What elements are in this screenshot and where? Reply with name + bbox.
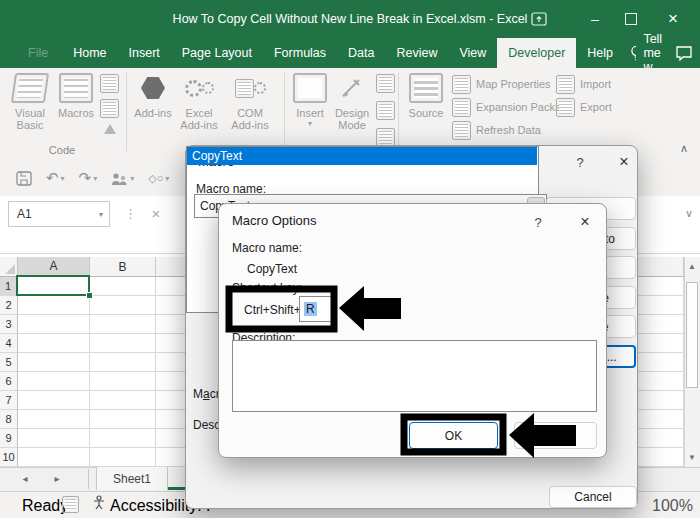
add-ins-label: Add-ins (134, 107, 171, 119)
ribbon-display-options-icon (531, 12, 547, 26)
tell-me-box[interactable]: Tell me w (624, 38, 675, 68)
macro-options-dialog: Macro Options ? × Macro name: CopyText S… (218, 203, 607, 458)
row-header[interactable]: 9 (0, 429, 18, 448)
row-header[interactable]: 7 (0, 391, 18, 410)
export-icon (556, 98, 575, 117)
tab-home[interactable]: Home (62, 38, 117, 68)
name-box-dropdown[interactable]: ▾ (92, 201, 110, 227)
selected-cell-a1[interactable] (16, 275, 90, 296)
macro-options-close-button[interactable]: × (575, 213, 595, 231)
ribbon-divider (126, 73, 127, 151)
view-code-icon[interactable] (376, 101, 395, 120)
properties-icon[interactable] (376, 74, 395, 93)
macro-options-cancel-button[interactable]: Cancel (514, 422, 597, 449)
tab-view[interactable]: View (448, 38, 497, 68)
ribbon-display-options-button[interactable] (522, 0, 556, 38)
undo-dropdown-icon[interactable]: ▾ (61, 174, 65, 183)
formula-bar-expand-button[interactable]: ∨ (682, 206, 696, 220)
shortcut-key-input[interactable]: R (299, 296, 333, 322)
shortcut-prefix: Ctrl+Shift+ (244, 303, 301, 317)
scroll-up-button[interactable]: ▲ (686, 261, 698, 273)
shapes-icon: ◇○ (148, 172, 163, 185)
macro-dialog-help-button[interactable]: ? (571, 155, 589, 170)
row-header[interactable]: 8 (0, 410, 18, 429)
tab-data[interactable]: Data (337, 38, 385, 68)
scrollbar-thumb[interactable] (686, 282, 698, 388)
people-button[interactable]: ▾ (107, 172, 138, 185)
people-dropdown-icon[interactable]: ▾ (130, 174, 134, 183)
sheet-tab-sheet1[interactable]: Sheet1 (96, 467, 168, 490)
redo-button[interactable]: ↷▾ (75, 169, 102, 187)
excel-add-ins-label: Excel Add-ins (176, 107, 222, 131)
row-header[interactable]: 3 (0, 315, 18, 334)
shapes-button[interactable]: ◇○▾ (144, 172, 173, 185)
row-header[interactable]: 6 (0, 372, 18, 391)
macro-dialog-close-button[interactable]: × (614, 153, 634, 171)
expansion-packs-icon (452, 98, 471, 117)
minimize-button[interactable]: – (578, 0, 612, 38)
design-mode-icon (340, 72, 364, 104)
macro-list-item[interactable]: CopyText (187, 147, 537, 165)
tab-help[interactable]: Help (576, 38, 624, 68)
row-header[interactable]: 4 (0, 334, 18, 353)
shortcut-key-label: Shortcut key: (232, 281, 302, 295)
tab-page-layout[interactable]: Page Layout (171, 38, 263, 68)
column-header-a[interactable]: A (18, 257, 90, 277)
map-properties-button[interactable]: Map Properties (452, 76, 551, 92)
macro-record-icon (62, 496, 79, 513)
ok-button[interactable]: OK (409, 422, 498, 449)
description-input[interactable] (232, 340, 597, 412)
tab-developer[interactable]: Developer (497, 38, 576, 68)
undo-button[interactable]: ↶▾ (42, 169, 69, 187)
refresh-data-label: Refresh Data (476, 124, 541, 136)
source-icon (409, 72, 443, 104)
row-header[interactable]: 5 (0, 353, 18, 372)
design-mode-label: Design Mode (330, 107, 374, 131)
export-label: Export (580, 101, 612, 113)
chevron-down-icon: ▾ (99, 210, 103, 219)
insert-control-button[interactable]: Insert ▾ (292, 72, 328, 144)
fill-handle[interactable] (86, 292, 93, 299)
collapse-ribbon-button[interactable]: ∧ (676, 142, 692, 156)
insert-dropdown-icon: ▾ (308, 119, 312, 128)
formula-cancel-button[interactable]: × (146, 204, 166, 224)
redo-dropdown-icon[interactable]: ▾ (93, 174, 97, 183)
import-button[interactable]: Import (556, 76, 611, 92)
save-button[interactable] (12, 171, 36, 186)
options-macro-name-label: Macro name: (232, 241, 302, 255)
tab-review[interactable]: Review (385, 38, 448, 68)
column-header-b[interactable]: B (90, 257, 156, 277)
macro-dialog-cancel-button[interactable]: Cancel (549, 486, 637, 508)
sheet-nav-left-button[interactable]: ◂ (18, 472, 32, 486)
sheet-tab-active-partial[interactable] (168, 467, 186, 490)
shapes-dropdown-icon[interactable]: ▾ (165, 174, 169, 183)
scroll-down-button[interactable]: ▼ (686, 452, 698, 464)
comments-button[interactable] (675, 38, 693, 68)
expansion-packs-button[interactable]: Expansion Packs (452, 99, 560, 115)
sheet-nav-right-button[interactable]: ▸ (50, 472, 64, 486)
excel-add-ins-button[interactable]: Excel Add-ins (176, 72, 222, 144)
ribbon-divider (398, 73, 399, 151)
ribbon-divider (284, 73, 285, 151)
tab-insert[interactable]: Insert (118, 38, 171, 68)
redo-icon: ↷ (79, 169, 92, 187)
macro-options-help-button[interactable]: ? (529, 215, 547, 230)
source-button[interactable]: Source (406, 72, 446, 144)
tab-file[interactable]: File (14, 38, 62, 68)
row-header[interactable]: 2 (0, 296, 18, 315)
select-all-triangle-icon (5, 264, 15, 274)
map-properties-icon (452, 75, 471, 94)
comment-icon (675, 45, 693, 61)
com-add-ins-button[interactable]: COM Add-ins (226, 72, 274, 144)
export-button[interactable]: Export (556, 99, 612, 115)
row-header[interactable]: 10 (0, 448, 18, 467)
macro-record-indicator[interactable] (62, 496, 79, 517)
design-mode-button[interactable]: Design Mode (330, 72, 374, 144)
close-icon: × (668, 9, 678, 29)
tab-formulas[interactable]: Formulas (263, 38, 337, 68)
add-ins-button[interactable]: Add-ins (134, 72, 172, 144)
select-all-corner[interactable] (0, 257, 18, 277)
code-group-label: Code (0, 144, 124, 156)
zoom-level[interactable]: 100% (652, 497, 693, 515)
refresh-data-button[interactable]: Refresh Data (452, 122, 541, 138)
